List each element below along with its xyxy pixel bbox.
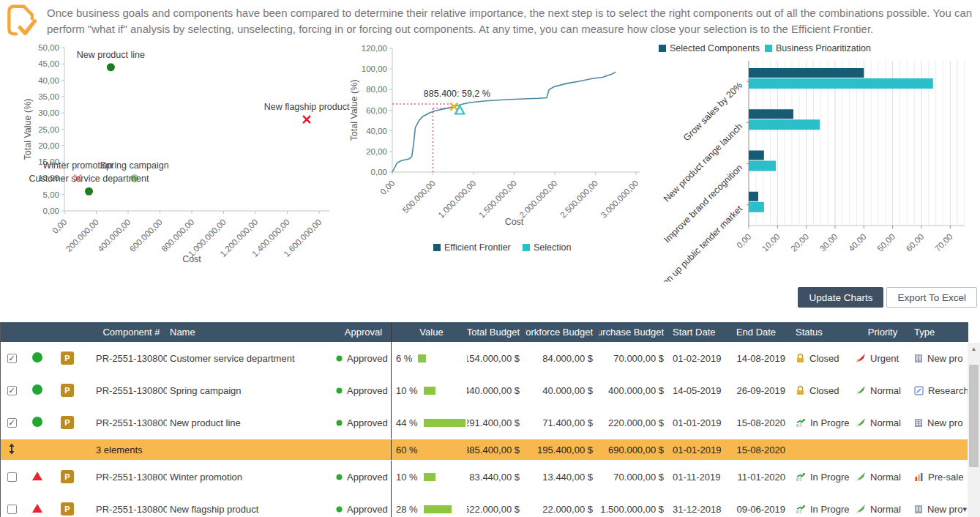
col-select[interactable]: ✓ (1, 374, 23, 406)
col-badge: P (52, 374, 83, 406)
row-checkbox[interactable] (7, 472, 17, 482)
presale-icon (914, 472, 924, 482)
col-header-badge[interactable] (52, 322, 83, 342)
progress-icon (796, 472, 806, 482)
export-excel-button[interactable]: Export To Excel (886, 287, 977, 308)
green-circle-icon (31, 352, 43, 365)
dart-green-icon (856, 417, 866, 428)
table-row[interactable]: PPR-2551-13080004Winter promotionApprove… (1, 461, 968, 493)
svg-text:0,00: 0,00 (735, 232, 752, 250)
type-label: Pre-sale (928, 472, 963, 483)
col-type: New pro▾ (910, 493, 968, 517)
col-value: 44 % (391, 406, 467, 439)
component-id: PR-2551-13080001 (83, 406, 167, 439)
col-header-type[interactable]: Type (910, 322, 968, 342)
col-purchase-budget: 220.000,00 $ (599, 406, 668, 439)
col-header-workforce-budget[interactable]: Workforce Budget (525, 322, 599, 342)
col-header-purchase-budget[interactable]: Purchase Budget (599, 322, 668, 342)
charts-panel: 0,005,0010,0015,0020,0025,0030,0035,0040… (0, 39, 980, 282)
bar-business (749, 78, 933, 89)
col-start-date: 01-01-2019 (668, 406, 727, 439)
col-workforce-budget: 40.000,00 $ (525, 374, 599, 406)
update-charts-button[interactable]: Update Charts (798, 287, 883, 308)
col-indicator (23, 342, 52, 374)
svg-text:50,00: 50,00 (875, 232, 897, 253)
dart-green-icon (856, 504, 866, 514)
svg-text:40,00: 40,00 (38, 76, 59, 85)
dart-green-icon (856, 472, 866, 482)
col-select[interactable] (1, 439, 23, 460)
value-bar (424, 505, 452, 513)
approval-label: Approved (347, 353, 388, 364)
col-select[interactable] (1, 493, 23, 517)
lock-icon (796, 385, 805, 395)
svg-text:Selected Components: Selected Components (670, 43, 760, 53)
table-row[interactable]: ✓PPR-2551-13080007Customer service depar… (1, 342, 968, 374)
col-workforce-budget: 71.400,00 $ (525, 406, 599, 439)
value-percent: 44 % (396, 417, 418, 428)
scroll-up-button[interactable]: ▲ (968, 343, 980, 354)
col-header-name[interactable]: Name (167, 322, 332, 342)
col-purchase-budget: 70.000,00 $ (599, 342, 668, 374)
component-name: New flagship product (167, 493, 332, 517)
scrollbar-thumb[interactable] (969, 365, 979, 467)
value-percent: 10 % (396, 385, 418, 396)
col-header-indicator[interactable] (23, 322, 52, 342)
building-icon (914, 505, 923, 514)
project-badge: P (61, 416, 74, 429)
bar-business (749, 161, 776, 171)
app-root: Once business goals and components have … (0, 0, 980, 517)
col-status: In Progre (793, 493, 850, 517)
decision-logo-icon (6, 4, 37, 37)
col-header-approval[interactable]: Approval (332, 322, 391, 342)
dart-green-icon (856, 385, 866, 395)
table-row[interactable]: PPR-2551-13080002New flagship productApp… (1, 493, 968, 517)
svg-text:60,00: 60,00 (905, 232, 926, 253)
col-workforce-budget: 22.000,00 $ (525, 493, 599, 517)
col-badge: P (52, 406, 83, 439)
vertical-scrollbar[interactable]: ▲ (968, 343, 980, 517)
svg-text:30,00: 30,00 (818, 232, 839, 253)
scatter-point (303, 116, 310, 123)
col-total-budget: 885.400,00 $ (467, 439, 525, 460)
col-workforce-budget: 195.400,00 $ (525, 439, 599, 460)
col-select[interactable] (1, 461, 23, 493)
col-value: 28 % (391, 493, 467, 517)
col-header-priority[interactable]: Priority (850, 322, 910, 342)
col-priority: Normal (850, 461, 910, 493)
table-row[interactable]: ✓PPR-2551-13080003Spring campaignApprove… (1, 374, 968, 406)
col-header-status[interactable]: Status (793, 322, 850, 342)
col-indicator (23, 439, 52, 460)
efficient-frontier-line (392, 72, 616, 172)
col-header-end-date[interactable]: End Date (727, 322, 793, 342)
value-percent: 28 % (396, 504, 418, 515)
svg-text:80,00: 80,00 (366, 85, 387, 94)
col-approval: Approved (332, 461, 391, 493)
value-bar (424, 419, 465, 427)
approval-label: Approved (347, 385, 388, 396)
col-end-date: 26-09-2019 (727, 374, 793, 406)
col-select[interactable]: ✓ (1, 342, 23, 374)
col-header-start-date[interactable]: Start Date (668, 322, 727, 342)
col-header-value[interactable]: Value (391, 322, 467, 342)
col-header-total-budget[interactable]: Total Budget (467, 322, 525, 342)
row-checkbox[interactable] (7, 505, 17, 514)
building-icon (914, 418, 923, 428)
component-id: PR-2551-13080002 (83, 493, 167, 517)
selection-summary-row[interactable]: 3 elements60 %885.400,00 $195.400,00 $69… (1, 439, 968, 461)
approved-dot-icon (336, 506, 343, 513)
col-header-select[interactable] (1, 322, 23, 342)
reorder-icon[interactable] (8, 443, 15, 457)
row-checkbox[interactable]: ✓ (7, 418, 17, 428)
col-header-component[interactable]: Component # (83, 322, 167, 342)
priority-label: Urgent (870, 353, 899, 364)
bar-selected (749, 68, 864, 78)
priority-label: Normal (870, 417, 901, 428)
col-select[interactable]: ✓ (1, 406, 23, 439)
table-row[interactable]: ✓PPR-2551-13080001New product lineApprov… (1, 406, 968, 439)
row-checkbox[interactable]: ✓ (7, 354, 17, 363)
component-name: Customer service department (167, 342, 332, 374)
col-priority (850, 439, 910, 460)
row-checkbox[interactable]: ✓ (7, 386, 17, 395)
approved-dot-icon (336, 420, 343, 426)
